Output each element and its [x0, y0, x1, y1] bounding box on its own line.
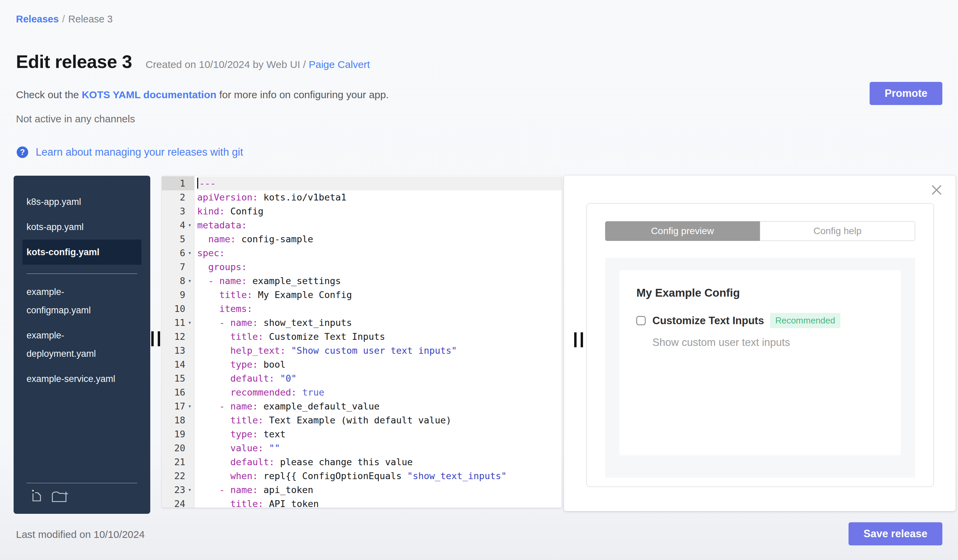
sidebar-group-divider: [27, 274, 137, 274]
line-number: 15: [162, 372, 194, 385]
code-line-9[interactable]: title: My Example Config: [197, 288, 561, 302]
sidebar-file-k8s-app.yaml[interactable]: k8s-app.yaml: [22, 189, 122, 214]
code-line-12[interactable]: title: Customize Text Inputs: [197, 330, 561, 343]
line-number: 19: [162, 427, 194, 441]
fold-arrow-icon[interactable]: ▾: [185, 218, 194, 232]
line-number: 20: [162, 441, 194, 455]
line-number: 7: [162, 260, 194, 274]
last-modified-text: Last modified on 10/10/2024: [16, 529, 145, 540]
code-line-19[interactable]: type: text: [197, 427, 561, 441]
code-line-5[interactable]: name: config-sample: [197, 232, 561, 246]
breadcrumb-releases-link[interactable]: Releases: [16, 14, 59, 24]
code-line-22[interactable]: when: repl{{ ConfigOptionEquals "show_te…: [197, 469, 561, 483]
sidebar-file-example-configmap.yaml[interactable]: example-configmap.yaml: [22, 279, 122, 323]
line-number: 16: [162, 385, 194, 399]
sidebar-footer: [22, 483, 141, 505]
release-editor-page: Releases/Release 3 Edit release 3 Create…: [0, 0, 958, 560]
code-line-16[interactable]: recommended: true: [197, 385, 561, 399]
sidebar-footer-divider: [27, 483, 137, 483]
code-line-13[interactable]: help_text: "Show custom user text inputs…: [197, 343, 561, 358]
author-link[interactable]: Paige Calvert: [309, 59, 370, 70]
config-item-label: Customize Text Inputs: [652, 315, 764, 327]
code-line-10[interactable]: items:: [197, 302, 561, 316]
created-info: Created on 10/10/2024 by Web UI / Paige …: [146, 59, 370, 70]
code-line-20[interactable]: value: "": [197, 441, 561, 455]
fold-arrow-icon[interactable]: ▾: [185, 399, 194, 413]
code-line-15[interactable]: default: "0": [197, 372, 561, 385]
line-number: 13: [162, 343, 194, 358]
line-number: 22: [162, 469, 194, 483]
question-circle-icon: ?: [17, 146, 28, 158]
fold-arrow-icon[interactable]: ▾: [185, 483, 194, 497]
code-line-8[interactable]: - name: example_settings: [197, 274, 561, 288]
customize-text-inputs-checkbox[interactable]: [636, 316, 646, 325]
line-number: 24: [162, 497, 194, 508]
add-folder-icon[interactable]: [51, 489, 70, 505]
config-card: My Example Config Customize Text Inputs …: [619, 270, 901, 456]
preview-card: Config previewConfig help My Example Con…: [587, 203, 934, 487]
code-line-18[interactable]: title: Text Example (with default value): [197, 413, 561, 427]
line-number: 10: [162, 302, 194, 316]
sidebar-file-example-deployment.yaml[interactable]: example-deployment.yaml: [22, 323, 122, 366]
sidebar-resize-handle[interactable]: [150, 331, 161, 346]
code-line-11[interactable]: - name: show_text_inputs: [197, 316, 561, 330]
config-preview-panel: Config previewConfig help My Example Con…: [564, 175, 956, 511]
docs-line: Check out the KOTS YAML documentation fo…: [16, 89, 389, 101]
code-line-2[interactable]: apiVersion: kots.io/v1beta1: [197, 190, 561, 204]
file-sidebar: k8s-app.yamlkots-app.yamlkots-config.yam…: [14, 176, 150, 514]
docs-prefix: Check out the: [16, 89, 82, 100]
code-line-3[interactable]: kind: Config: [197, 204, 561, 218]
sidebar-file-kots-app.yaml[interactable]: kots-app.yaml: [22, 214, 122, 240]
tab-config-help[interactable]: Config help: [760, 221, 915, 241]
fold-arrow-icon[interactable]: ▾: [185, 274, 194, 288]
page-title: Edit release 3: [16, 51, 132, 72]
yaml-editor[interactable]: 1234▾56▾78▾91011▾121314151617▾1819202122…: [162, 176, 561, 508]
config-group-title: My Example Config: [636, 286, 884, 299]
code-line-6[interactable]: spec:: [197, 246, 561, 260]
fold-arrow-icon[interactable]: ▾: [185, 316, 194, 330]
code-line-23[interactable]: - name: api_token: [197, 483, 561, 497]
kots-yaml-docs-link[interactable]: KOTS YAML documentation: [82, 89, 216, 100]
line-number: 18: [162, 413, 194, 427]
code-line-24[interactable]: title: API token: [197, 497, 561, 508]
line-number: 23▾: [162, 483, 194, 497]
promote-button[interactable]: Promote: [869, 82, 942, 105]
line-number: 21: [162, 455, 194, 469]
sidebar-file-kots-config.yaml[interactable]: kots-config.yaml: [22, 240, 141, 265]
line-number: 8▾: [162, 274, 194, 288]
git-help-line[interactable]: ? Learn about managing your releases wit…: [17, 146, 243, 158]
line-number: 14: [162, 358, 194, 372]
code-line-4[interactable]: metadata:: [197, 218, 561, 232]
breadcrumb: Releases/Release 3: [16, 14, 113, 25]
code-line-1[interactable]: ---: [197, 176, 561, 190]
breadcrumb-current: Release 3: [68, 14, 113, 24]
line-number: 4▾: [162, 218, 194, 232]
tab-config-preview[interactable]: Config preview: [605, 221, 760, 241]
fold-arrow-icon[interactable]: ▾: [185, 246, 194, 260]
git-help-link[interactable]: Learn about managing your releases with …: [36, 146, 243, 158]
titlebar: Edit release 3 Created on 10/10/2024 by …: [16, 51, 370, 72]
code-line-14[interactable]: type: bool: [197, 358, 561, 372]
add-file-icon[interactable]: [29, 489, 44, 505]
code-line-7[interactable]: groups:: [197, 260, 561, 274]
config-item-help: Show custom user text inputs: [652, 336, 884, 349]
created-text: Created on 10/10/2024 by Web UI /: [146, 59, 309, 70]
channel-status: Not active in any channels: [16, 113, 135, 125]
editor-gutter: 1234▾56▾78▾91011▾121314151617▾1819202122…: [162, 176, 195, 508]
save-release-button[interactable]: Save release: [849, 522, 942, 546]
line-number: 6▾: [162, 246, 194, 260]
close-icon[interactable]: [930, 184, 944, 197]
docs-suffix: for more info on configuring your app.: [217, 89, 389, 100]
file-list: k8s-app.yamlkots-app.yamlkots-config.yam…: [22, 189, 141, 391]
sidebar-file-example-service.yaml[interactable]: example-service.yaml: [22, 366, 122, 391]
recommended-badge: Recommended: [770, 313, 840, 328]
code-line-17[interactable]: - name: example_default_value: [197, 399, 561, 413]
preview-tabs: Config previewConfig help: [605, 221, 915, 241]
line-number: 9: [162, 288, 194, 302]
line-number: 1: [162, 176, 194, 190]
code-line-21[interactable]: default: please change this value: [197, 455, 561, 469]
text-cursor: [197, 178, 198, 188]
line-number: 17▾: [162, 399, 194, 413]
preview-resize-handle[interactable]: [574, 332, 583, 347]
editor-code[interactable]: ---apiVersion: kots.io/v1beta1kind: Conf…: [195, 176, 561, 508]
